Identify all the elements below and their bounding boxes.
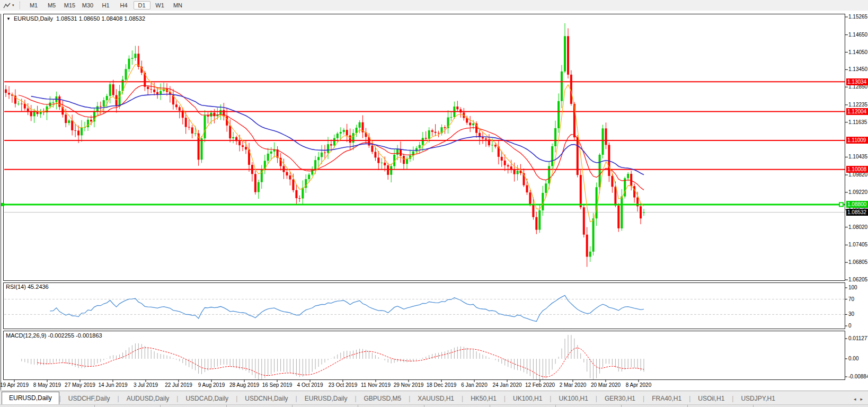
price-axis-label: 1.09220 <box>848 189 867 195</box>
tab-usdjpy-h1[interactable]: USDJPY,H1 <box>733 393 782 405</box>
dropdown-caret-icon: ▾ <box>12 3 14 7</box>
date-axis-label: 22 Jul 2019 <box>165 382 192 388</box>
rsi-axis-label: 30 <box>848 311 854 317</box>
rsi-panel[interactable] <box>3 282 845 329</box>
status-pane-divider <box>424 405 424 407</box>
chart-window: ▼ EURUSD,Daily 1.08531 1.08650 1.08408 1… <box>0 11 868 391</box>
price-axis-label: 1.15265 <box>848 14 867 20</box>
status-pane-divider <box>226 405 227 407</box>
price-axis-label: 1.10435 <box>848 154 867 160</box>
tabs-scroll-right-icon[interactable]: ▸ <box>860 396 863 402</box>
tab-uk100-h1[interactable]: UK100,H1 <box>551 393 595 405</box>
status-pane-divider <box>687 405 688 407</box>
status-pane-divider <box>94 405 95 407</box>
status-pane-divider <box>753 405 754 407</box>
timeframe-button-h1[interactable]: H1 <box>98 1 114 10</box>
tab-xauusd-h1[interactable]: XAUUSD,H1 <box>410 393 462 405</box>
status-pane-divider <box>621 405 622 407</box>
timeframe-button-mn[interactable]: MN <box>170 1 187 10</box>
date-axis-label: 11 Nov 2019 <box>361 382 391 388</box>
price-axis-label: 1.06205 <box>848 277 867 282</box>
price-axis-label: 1.06805 <box>848 259 867 265</box>
tab-eurusd-daily[interactable]: EURUSD,Daily <box>297 393 355 405</box>
tab-usdcad-daily[interactable]: USDCAD,Daily <box>178 393 236 405</box>
rsi-axis-label: 100 <box>848 285 857 290</box>
toolbar-separator <box>20 2 21 9</box>
date-axis-label: 14 Jun 2019 <box>98 382 127 388</box>
tab-uk100-h1[interactable]: UK100,H1 <box>506 393 550 405</box>
timeframe-button-w1[interactable]: W1 <box>152 1 169 10</box>
date-axis-label: 23 Oct 2019 <box>329 382 357 388</box>
price-axis-label: 1.07405 <box>848 242 867 247</box>
timeframe-button-m30[interactable]: M30 <box>79 1 96 10</box>
status-pane-divider <box>358 405 358 407</box>
chart-title: ▼ EURUSD,Daily 1.08531 1.08650 1.08408 1… <box>6 15 145 22</box>
macd-name: MACD(12,26,9) <box>6 332 46 339</box>
status-pane-divider <box>490 405 490 407</box>
tab-eurusd-daily[interactable]: EURUSD,Daily <box>2 392 59 405</box>
tab-usdchf-daily[interactable]: USDCHF,Daily <box>61 393 118 405</box>
zigzag-chart-icon[interactable]: ▾ <box>3 2 14 9</box>
macd-panel[interactable] <box>3 331 845 380</box>
timeframe-button-m15[interactable]: M15 <box>61 1 78 10</box>
macd-axis-label: 0.011277 <box>848 335 868 341</box>
timeframe-buttons: M1M5M15M30H1H4D1W1MN <box>25 1 187 10</box>
resistance-price-tag: 1.10008 <box>846 166 868 173</box>
date-axis-label: 8 May 2019 <box>33 382 61 388</box>
timeframe-button-d1[interactable]: D1 <box>134 1 150 10</box>
status-pane-divider <box>555 405 556 407</box>
status-pane-divider <box>292 405 293 407</box>
tab-scroll-controls: ◂ ▸ <box>854 396 863 402</box>
date-axis-label: 8 Apr 2020 <box>626 382 651 388</box>
timeframe-button-h4[interactable]: H4 <box>116 1 132 10</box>
date-axis-label: 6 Jan 2020 <box>461 382 488 388</box>
date-axis-label: 12 Feb 2020 <box>525 382 555 388</box>
rsi-value: 45.2436 <box>28 284 49 290</box>
tab-gbpusd-m5[interactable]: GBPUSD,M5 <box>357 393 409 405</box>
tab-audusd-daily[interactable]: AUDUSD,Daily <box>119 393 177 405</box>
tab-hk50-h1[interactable]: HK50,H1 <box>463 393 504 405</box>
chart-dropdown-icon[interactable]: ▼ <box>6 16 11 21</box>
price-axis-label: 1.09820 <box>848 172 867 178</box>
date-axis-label: 27 May 2019 <box>65 382 95 388</box>
price-axis-label: 1.08620 <box>848 207 867 213</box>
chart-tab-bar: EURUSD,Daily|USDCHF,Daily|AUDUSD,Daily|U… <box>0 391 868 405</box>
tab-fra40-h1[interactable]: FRA40,H1 <box>644 393 689 405</box>
tab-usdcnh-daily[interactable]: USDCNH,Daily <box>237 393 295 405</box>
date-axis-label: 2 Mar 2020 <box>560 382 587 388</box>
macd-values: -0.002255 -0.001863 <box>48 332 102 339</box>
date-axis-label: 20 Mar 2020 <box>591 382 621 388</box>
rsi-axis-label: 0 <box>848 323 852 329</box>
price-axis-label: 1.11635 <box>848 119 867 125</box>
support-price-tag: 1.08800 <box>846 201 868 208</box>
date-axis-label: 28 Aug 2019 <box>229 382 259 388</box>
macd-axis-label: -0.008845 <box>848 374 868 379</box>
price-chart-panel[interactable] <box>3 14 845 281</box>
price-axis-label: 1.14650 <box>848 32 867 38</box>
status-strip <box>0 404 868 407</box>
mt4-terminal: ▾ M1M5M15M30H1H4D1W1MN ▼ EURUSD,Daily 1.… <box>0 0 868 407</box>
timeframe-toolbar: ▾ M1M5M15M30H1H4D1W1MN <box>0 0 868 11</box>
date-axis-label: 4 Oct 2019 <box>297 382 323 388</box>
macd-axis-label: 0.00 <box>848 356 858 361</box>
rsi-indicator-label: RSI(14) 45.2436 <box>6 284 49 290</box>
tab-ger30-h1[interactable]: GER30,H1 <box>597 393 643 405</box>
timeframe-button-m5[interactable]: M5 <box>43 1 60 10</box>
tab-usoil-h1[interactable]: USOil,H1 <box>690 393 732 405</box>
date-axis-label: 18 Dec 2019 <box>427 382 457 388</box>
rsi-name: RSI(14) <box>6 284 26 290</box>
macd-indicator-label: MACD(12,26,9) -0.002255 -0.001863 <box>6 332 102 339</box>
date-axis-label: 9 Aug 2019 <box>198 382 225 388</box>
zigzag-glyph <box>3 2 11 9</box>
timeframe-button-m1[interactable]: M1 <box>25 1 42 10</box>
chart-symbol-label: EURUSD,Daily <box>14 15 53 22</box>
price-axis-label: 1.13450 <box>848 66 867 72</box>
price-axis-label: 1.08020 <box>848 224 867 230</box>
price-axis-label: 1.14050 <box>848 49 867 55</box>
resistance-price-tag: 1.13034 <box>846 78 868 85</box>
tabs-scroll-left-icon[interactable]: ◂ <box>854 396 856 402</box>
date-axis-label: 16 Sep 2019 <box>262 382 293 388</box>
date-axis-label: 3 Jul 2019 <box>134 382 158 388</box>
current-price-tag: 1.08532 <box>846 209 868 216</box>
status-pane-divider <box>160 405 161 407</box>
